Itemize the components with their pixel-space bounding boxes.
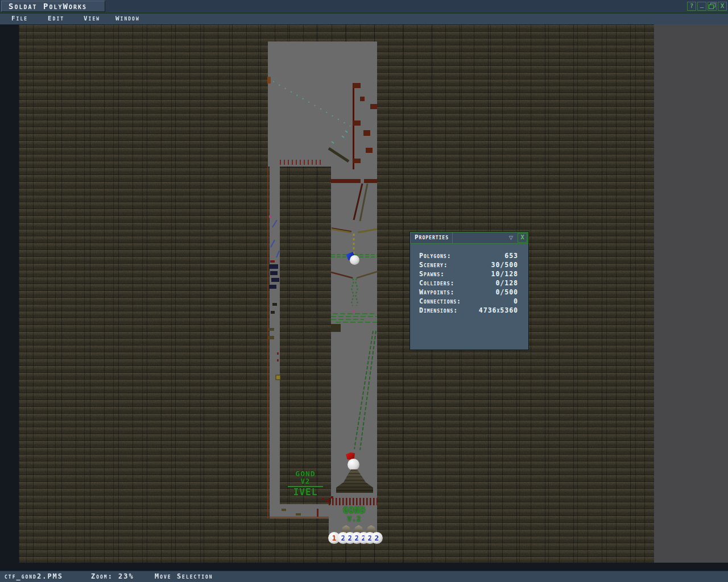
blue-flag-orb bbox=[350, 255, 359, 265]
property-label: Polygons: bbox=[419, 251, 452, 260]
app-title-text: Soldat PolyWorks bbox=[9, 2, 87, 11]
map-canvas[interactable]: 1 2 2 2 2 2 2 GOND V2 IVEL GOND V.2 bbox=[0, 24, 728, 571]
property-row-scenery: Scenery: 30/500 bbox=[419, 260, 518, 269]
property-row-spawns: Spawns: 10/128 bbox=[419, 269, 518, 278]
app-title: Soldat PolyWorks bbox=[1, 1, 105, 12]
property-value: 0 bbox=[514, 297, 518, 306]
scenery-thorn-row bbox=[329, 498, 377, 505]
property-value: 10/128 bbox=[491, 269, 518, 278]
menu-file[interactable]: File bbox=[11, 14, 28, 24]
property-label: Dimensions: bbox=[419, 306, 458, 315]
property-value: 653 bbox=[504, 251, 518, 260]
properties-rows: Polygons: 653 Scenery: 30/500 Spawns: 10… bbox=[419, 251, 518, 315]
graffiti-bottom-text: GOND V.2 bbox=[338, 506, 371, 523]
app-window: Soldat PolyWorks ? _ X File Edit View Wi… bbox=[0, 0, 728, 582]
property-label: Spawns: bbox=[419, 269, 445, 278]
blue-flag-spawn[interactable] bbox=[346, 252, 361, 268]
graffiti-line: V.2 bbox=[338, 516, 371, 523]
spawn-orb[interactable]: 2 bbox=[371, 532, 383, 544]
property-row-connections: Connections: 0 bbox=[419, 297, 518, 306]
menu-window[interactable]: Window bbox=[115, 14, 140, 24]
property-row-dimensions: Dimensions: 4736x5360 bbox=[419, 306, 518, 315]
status-filename: ctf_gond2.PMS bbox=[5, 571, 63, 582]
dropdown-icon[interactable]: ▽ bbox=[509, 234, 513, 242]
property-row-polygons: Polygons: 653 bbox=[419, 251, 518, 260]
property-label: Scenery: bbox=[419, 260, 448, 269]
property-value: 0/500 bbox=[495, 288, 518, 297]
property-label: Waypoints: bbox=[419, 288, 454, 297]
statusbar: ctf_gond2.PMS Zoom: 23% Move Selection bbox=[0, 571, 728, 582]
restore-button[interactable] bbox=[708, 2, 717, 11]
properties-panel-title: Properties bbox=[411, 232, 453, 243]
close-button[interactable]: X bbox=[718, 2, 727, 11]
minimize-icon: _ bbox=[700, 1, 704, 8]
properties-panel-titlebar[interactable]: Properties ▽ X bbox=[410, 232, 528, 244]
property-row-colliders: Colliders: 0/128 bbox=[419, 278, 518, 288]
red-flag-orb bbox=[348, 459, 359, 471]
menubar: File Edit View Window bbox=[0, 14, 728, 24]
graffiti-line: V2 bbox=[288, 478, 323, 485]
properties-panel: Properties ▽ X Polygons: 653 Scenery: 30… bbox=[410, 231, 529, 350]
map-edge-left bbox=[267, 167, 268, 518]
property-value: 30/500 bbox=[491, 260, 518, 269]
status-zoom: Zoom: 23% bbox=[91, 571, 134, 582]
graffiti-line: GOND bbox=[338, 506, 371, 516]
property-label: Connections: bbox=[419, 297, 461, 306]
close-icon: X bbox=[520, 234, 524, 241]
help-icon: ? bbox=[690, 2, 694, 10]
canvas-right-margin bbox=[654, 24, 728, 563]
map-edge-passage bbox=[270, 517, 329, 518]
property-label: Colliders: bbox=[419, 278, 454, 288]
scenery-red-tufts bbox=[280, 160, 321, 165]
map-polygon-left-channel[interactable] bbox=[270, 167, 280, 518]
property-value: 4736x5360 bbox=[479, 306, 518, 315]
titlebar: Soldat PolyWorks ? _ X bbox=[0, 0, 728, 13]
window-controls: ? _ X bbox=[687, 2, 727, 11]
menu-edit[interactable]: Edit bbox=[48, 14, 64, 24]
red-flag-spawn[interactable] bbox=[344, 451, 361, 472]
property-value: 0/128 bbox=[495, 278, 518, 288]
properties-close-button[interactable]: X bbox=[518, 233, 527, 243]
minimize-button[interactable]: _ bbox=[697, 2, 706, 11]
close-icon: X bbox=[721, 2, 725, 10]
status-active-tool: Move Selection bbox=[155, 571, 213, 582]
graffiti-line: IVEL bbox=[288, 486, 323, 497]
menu-view[interactable]: View bbox=[84, 14, 100, 24]
map-polygon-top-room[interactable] bbox=[268, 41, 377, 167]
help-button[interactable]: ? bbox=[687, 2, 696, 11]
restore-icon bbox=[709, 3, 715, 9]
property-row-waypoints: Waypoints: 0/500 bbox=[419, 288, 518, 297]
graffiti-wall-text: GOND V2 IVEL bbox=[288, 470, 323, 497]
